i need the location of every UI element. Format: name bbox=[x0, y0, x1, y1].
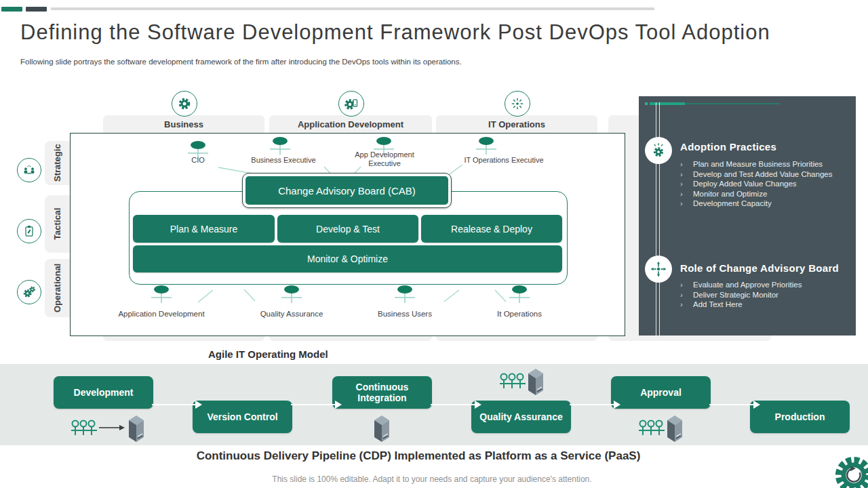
team-label-it-operations-team: It Operations bbox=[486, 310, 553, 319]
bullet-item: Deliver Strategic Monitor bbox=[680, 290, 850, 300]
server-icon-quality-assurance bbox=[524, 367, 547, 396]
meeting-icon bbox=[17, 158, 41, 182]
panel-deco-line-bright bbox=[650, 102, 685, 105]
person-icon-it-operations-team bbox=[507, 285, 532, 304]
team-label-quality-assurance: Quality Assurance bbox=[251, 310, 332, 319]
executive-label-app-development-executive: App Development Executive bbox=[342, 150, 427, 167]
level-label-tactical: Tactical bbox=[45, 195, 70, 253]
slide: { "header": { "title": "Defining the Sof… bbox=[0, 0, 868, 488]
process-step-plan-measure: Plan & Measure bbox=[133, 215, 275, 243]
level-label-operational: Operational bbox=[45, 259, 70, 317]
bullet-item: Plan and Measure Business Priorities bbox=[680, 159, 850, 169]
gear-icon bbox=[172, 91, 197, 117]
team-group-icon-development bbox=[70, 418, 100, 437]
executive-label-it-operations-executive: IT Operations Executive bbox=[453, 156, 555, 165]
top-accent-dash-dark bbox=[26, 7, 47, 12]
executive-label-cio: CIO bbox=[178, 156, 218, 165]
pipeline-title: Continuous Delivery Pipeline (CDP) Imple… bbox=[0, 449, 837, 463]
column-label-it-operations: IT Operations bbox=[436, 119, 597, 131]
panel-section-title-adoption-practices: Adoption Practices bbox=[680, 141, 776, 152]
flow-arrow-icon-development bbox=[99, 424, 126, 432]
bullet-item: Deploy Added Value Changes bbox=[680, 179, 850, 189]
process-step-develop-test: Develop & Test bbox=[277, 215, 418, 243]
network-burst-icon bbox=[505, 91, 530, 117]
bullet-item: Develop and Test Added Value Changes bbox=[680, 169, 850, 180]
clipboard-icon bbox=[17, 219, 41, 243]
panel-deco-line-muted bbox=[685, 103, 780, 104]
idea-gear-icon bbox=[645, 137, 672, 164]
cab-label: Change Advisory Board (CAB) bbox=[245, 176, 448, 205]
person-icon-business-users bbox=[393, 285, 417, 304]
panel-bullets-role-of-cab: Evaluate and Approve Priorities Deliver … bbox=[680, 280, 850, 310]
panel-bullets-adoption-practices: Plan and Measure Business Priorities Dev… bbox=[680, 159, 850, 209]
level-label-strategic: Strategic bbox=[45, 141, 70, 185]
person-icon-business-executive bbox=[268, 136, 292, 155]
bullet-item: Development Capacity bbox=[680, 199, 850, 209]
bullet-item: Monitor and Optimize bbox=[680, 189, 850, 199]
server-icon-approval bbox=[663, 413, 686, 443]
side-panel: Adoption Practices Plan and Measure Busi… bbox=[639, 96, 856, 336]
team-label-application-development: Application Development bbox=[107, 310, 216, 319]
gears-icon bbox=[17, 280, 41, 304]
bullet-item: Add Text Here bbox=[680, 300, 850, 310]
top-rule bbox=[51, 7, 654, 10]
person-icon-application-development bbox=[149, 285, 174, 304]
server-icon-continuous-integration bbox=[370, 413, 393, 443]
refresh-gear-icon bbox=[833, 454, 868, 488]
person-icon-it-operations-executive bbox=[474, 136, 498, 155]
executive-label-business-executive: Business Executive bbox=[239, 156, 328, 165]
panel-section-title-role-of-cab: Role of Change Advisory Board bbox=[680, 262, 839, 274]
page-title: Defining the Software Development Framew… bbox=[20, 20, 834, 45]
person-icon-quality-assurance bbox=[279, 285, 304, 304]
panel-deco-dot bbox=[645, 102, 648, 105]
column-label-business: Business bbox=[103, 119, 264, 131]
column-label-app-development: Application Development bbox=[269, 119, 432, 131]
four-arrows-icon bbox=[645, 256, 672, 283]
process-step-monitor-optimize: Monitor & Optimize bbox=[133, 245, 562, 272]
bullet-item: Evaluate and Approve Priorities bbox=[680, 280, 850, 290]
process-step-release-deploy: Realease & Deploy bbox=[421, 215, 562, 243]
server-icon-development bbox=[125, 413, 148, 443]
device-gear-icon bbox=[338, 91, 364, 117]
team-label-business-users: Business Users bbox=[371, 310, 439, 319]
top-accent-dash-green bbox=[1, 7, 22, 12]
editable-note: This slide is 100% editable. Adapt it to… bbox=[0, 474, 864, 484]
page-subtitle: Following slide portrays the software de… bbox=[20, 58, 631, 66]
cab-box: Change Advisory Board (CAB) bbox=[242, 173, 452, 208]
diagram-caption: Agile IT Operating Model bbox=[208, 348, 328, 360]
